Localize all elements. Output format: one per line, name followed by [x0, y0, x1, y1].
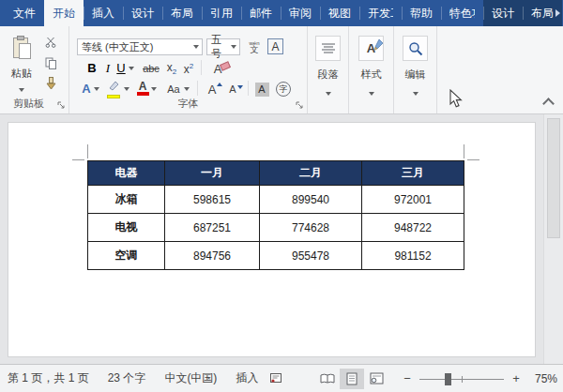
strikethrough-button[interactable]: abc [139, 60, 163, 77]
highlight-dropdown[interactable] [122, 81, 131, 98]
tab-view[interactable]: 视图 [320, 0, 359, 26]
macro-record-icon[interactable] [269, 372, 282, 384]
tab-label: 帮助 [410, 6, 433, 22]
format-painter-icon [45, 77, 57, 90]
character-shading-button[interactable]: A [253, 81, 270, 98]
tab-references[interactable]: 引用 [202, 0, 241, 26]
tab-help[interactable]: 帮助 [402, 0, 441, 26]
shrink-font-button[interactable]: A [223, 81, 242, 98]
zoom-percentage[interactable]: 75% [529, 372, 557, 385]
styles-dropdown[interactable] [349, 84, 393, 101]
scrollbar-thumb[interactable] [547, 118, 560, 238]
document-area[interactable]: 电器 一月 二月 三月 冰箱 598615 899540 972001 电视 6… [0, 114, 563, 364]
chevron-down-icon [193, 45, 199, 49]
font-color-dropdown[interactable] [149, 81, 159, 98]
font-name-combobox[interactable]: 等线 (中文正文) [77, 38, 203, 55]
editing-button[interactable] [403, 36, 428, 61]
table-cell[interactable]: 948722 [362, 214, 464, 242]
paste-button[interactable]: 粘贴 [4, 32, 39, 101]
table-header-cell[interactable]: 三月 [362, 161, 464, 186]
tab-review[interactable]: 审阅 [281, 0, 320, 26]
change-case-dropdown[interactable] [182, 81, 191, 98]
subscript-button[interactable]: x2 [163, 60, 180, 77]
table-header-cell[interactable]: 二月 [260, 161, 362, 186]
underline-button[interactable]: U [114, 60, 128, 77]
data-table[interactable]: 电器 一月 二月 三月 冰箱 598615 899540 972001 电视 6… [87, 160, 464, 270]
tab-insert[interactable]: 插入 [84, 0, 123, 26]
grow-font-button[interactable]: A [203, 81, 221, 98]
tab-home[interactable]: 开始 [44, 0, 84, 26]
table-cell[interactable]: 774628 [260, 214, 362, 242]
highlight-button[interactable] [105, 79, 122, 98]
tab-mailings[interactable]: 邮件 [241, 0, 281, 26]
format-painter-button[interactable] [41, 75, 60, 92]
read-mode-button[interactable] [315, 369, 340, 389]
change-case-button[interactable]: Aa [163, 81, 184, 98]
styles-button[interactable]: A [358, 36, 384, 61]
page-indicator[interactable]: 第 1 页，共 1 页 [8, 370, 89, 386]
tab-design[interactable]: 设计 [123, 0, 162, 26]
table-cell[interactable]: 981152 [362, 242, 464, 270]
table-cell[interactable]: 空调 [88, 242, 165, 270]
tab-developer[interactable]: 开发工具 [359, 0, 402, 26]
zoom-slider[interactable] [419, 372, 504, 385]
word-count[interactable]: 23 个字 [108, 370, 146, 386]
table-cell[interactable]: 955478 [260, 242, 362, 270]
character-shading-icon: A [255, 83, 269, 97]
margin-crop-mark [72, 159, 84, 160]
underline-dropdown[interactable] [127, 60, 136, 77]
zoom-in-button[interactable]: + [510, 371, 522, 385]
phonetic-guide-icon: wén 文 [249, 40, 259, 54]
table-cell[interactable]: 899540 [260, 186, 362, 214]
ribbon-collapse-icon[interactable] [542, 98, 555, 110]
table-cell[interactable]: 冰箱 [88, 186, 165, 214]
tab-scroll-right-icon[interactable] [555, 9, 560, 17]
editing-dropdown[interactable] [394, 84, 436, 101]
chevron-down-icon [326, 92, 331, 96]
table-cell[interactable]: 687251 [165, 214, 260, 242]
vertical-scrollbar[interactable] [543, 114, 563, 364]
copy-button[interactable] [41, 54, 60, 71]
text-effects-dropdown[interactable] [92, 81, 101, 98]
italic-button[interactable]: I [101, 60, 114, 77]
table-cell[interactable]: 598615 [165, 186, 260, 214]
bold-button[interactable]: B [84, 60, 99, 77]
highlight-icon [107, 78, 120, 98]
tab-label: 插入 [92, 6, 114, 22]
table-cell[interactable]: 972001 [362, 186, 464, 214]
table-cell[interactable]: 电视 [88, 214, 165, 242]
dialog-launcher-icon[interactable] [296, 101, 304, 110]
paragraph-dropdown[interactable] [308, 84, 348, 101]
tab-table-design[interactable]: 设计 [483, 0, 523, 26]
web-layout-button[interactable] [364, 369, 388, 389]
paragraph-button[interactable] [315, 36, 341, 61]
table-header-cell[interactable]: 电器 [88, 161, 165, 186]
table-header-cell[interactable]: 一月 [165, 161, 260, 186]
font-size-combobox[interactable]: 五号 [206, 38, 240, 55]
font-group: 等线 (中文正文) 五号 wén 文 A B I [69, 26, 308, 113]
insert-mode-indicator[interactable]: 插入 [236, 370, 258, 386]
clear-formatting-button[interactable]: A [206, 60, 229, 77]
tab-label: 开发工具 [368, 6, 393, 22]
font-color-button[interactable]: A [135, 79, 150, 98]
table-row: 空调 894756 955478 981152 [88, 242, 464, 270]
superscript-button[interactable]: x2 [180, 60, 197, 77]
dialog-launcher-icon[interactable] [57, 101, 66, 110]
print-layout-button[interactable] [340, 369, 364, 389]
table-cell[interactable]: 894756 [165, 242, 260, 270]
character-border-button[interactable]: A [267, 38, 283, 54]
zoom-slider-thumb[interactable] [445, 373, 451, 385]
tab-label: 特色功能 [449, 6, 475, 22]
tab-file[interactable]: 文件 [5, 0, 44, 26]
enclose-character-button[interactable]: 字 [274, 81, 293, 98]
paste-dropdown-icon[interactable] [19, 88, 24, 92]
ribbon-tab-bar: 文件 开始 插入 设计 布局 引用 邮件 审阅 视图 开发工具 帮助 特色功能 … [0, 0, 563, 26]
phonetic-guide-button[interactable]: wén 文 [244, 37, 265, 57]
table-row: 冰箱 598615 899540 972001 [88, 186, 464, 214]
language-indicator[interactable]: 中文(中国) [164, 370, 217, 386]
tab-label: 设计 [492, 6, 514, 22]
zoom-out-button[interactable]: − [402, 371, 413, 385]
tab-features[interactable]: 特色功能 [441, 0, 483, 26]
cut-button[interactable] [41, 34, 60, 51]
tab-layout[interactable]: 布局 [162, 0, 202, 26]
